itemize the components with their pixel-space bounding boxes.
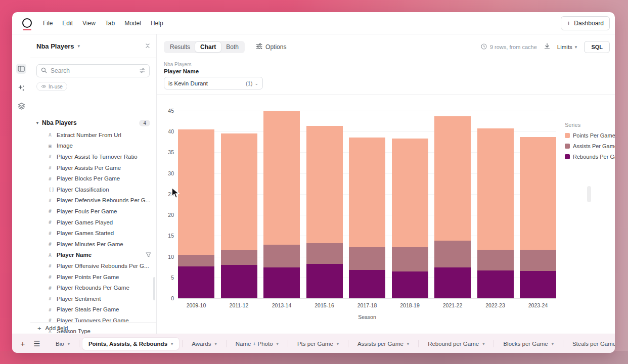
- limits-dropdown[interactable]: Limits ▾: [557, 44, 577, 50]
- bar-segment-rebounds-per-game[interactable]: [221, 265, 257, 298]
- hamburger-icon[interactable]: ☰: [30, 337, 43, 350]
- field-group-header[interactable]: ▼ Nba Players 4: [35, 119, 150, 127]
- caret-down-icon[interactable]: ▾: [77, 43, 80, 49]
- bar-segment-rebounds-per-game[interactable]: [306, 264, 343, 298]
- menu-item-view[interactable]: View: [82, 20, 96, 27]
- legend-item-rebounds-per-game[interactable]: Rebounds Per Game: [565, 154, 615, 160]
- bar-segment-points-per-game[interactable]: [434, 116, 471, 241]
- field-item[interactable]: AExtract Number From Url: [30, 129, 156, 141]
- bar-2017-18[interactable]: [349, 111, 385, 298]
- page-tab-assists-per-game[interactable]: Assists per Game▾: [351, 338, 415, 350]
- sparkles-icon[interactable]: [16, 83, 26, 93]
- page-tab-rebound-per-game[interactable]: Rebound per Game▾: [422, 338, 490, 350]
- menu-item-model[interactable]: Model: [124, 20, 141, 27]
- field-label: Player Sentiment: [57, 296, 101, 302]
- options-button[interactable]: Options: [256, 43, 286, 51]
- bar-segment-rebounds-per-game[interactable]: [477, 270, 514, 298]
- bar-segment-points-per-game[interactable]: [178, 129, 214, 255]
- field-item[interactable]: #Player Steals Per Game: [30, 304, 156, 315]
- dashboard-button[interactable]: + Dashboard: [561, 16, 610, 30]
- bar-2018-19[interactable]: [392, 111, 428, 298]
- bar-segment-assists-per-game[interactable]: [392, 247, 428, 272]
- sliders-icon: [256, 43, 262, 51]
- field-item[interactable]: #Player Assist To Turnover Ratio: [30, 151, 156, 162]
- bar-segment-assists-per-game[interactable]: [434, 241, 471, 267]
- menu-item-help[interactable]: Help: [151, 20, 163, 27]
- field-item[interactable]: #Player Sentiment: [30, 293, 156, 304]
- menu-item-tab[interactable]: Tab: [105, 20, 115, 27]
- view-tab-results[interactable]: Results: [165, 42, 195, 52]
- field-item[interactable]: #Player Minutes Per Game: [30, 239, 156, 250]
- download-icon[interactable]: [544, 42, 550, 52]
- main-scrollbar[interactable]: [587, 186, 591, 202]
- bar-segment-points-per-game[interactable]: [263, 111, 300, 245]
- page-tab-pts-per-game[interactable]: Pts per Game▾: [291, 338, 345, 350]
- bar-segment-assists-per-game[interactable]: [221, 250, 257, 265]
- menu-item-edit[interactable]: Edit: [62, 20, 73, 27]
- field-item[interactable]: #Player Blocks Per Game: [30, 173, 156, 184]
- page-tab-awards[interactable]: Awards▾: [186, 338, 222, 350]
- field-item[interactable]: []Player Classification: [30, 184, 156, 195]
- bar-segment-points-per-game[interactable]: [477, 128, 514, 250]
- bar-segment-points-per-game[interactable]: [221, 133, 257, 250]
- add-field-button[interactable]: + Add field: [30, 322, 156, 334]
- bar-segment-assists-per-game[interactable]: [349, 247, 385, 270]
- page-tab-blocks-per-game[interactable]: Blocks per Game▾: [497, 338, 559, 350]
- legend-swatch: [565, 154, 570, 159]
- sidebar-scrollbar[interactable]: [153, 277, 155, 300]
- field-item[interactable]: #Player Fouls Per Game: [30, 206, 156, 217]
- legend-item-points-per-game[interactable]: Points Per Game: [565, 132, 615, 139]
- bar-segment-points-per-game[interactable]: [520, 137, 556, 250]
- legend-item-assists-per-game[interactable]: Assists Per Game: [565, 143, 615, 149]
- funnel-icon[interactable]: [146, 250, 151, 259]
- panel-toggle-icon[interactable]: [16, 64, 26, 74]
- field-item[interactable]: #Player Defensive Rebounds Per G...: [30, 195, 156, 206]
- dataset-title[interactable]: Nba Players: [36, 42, 74, 50]
- field-item[interactable]: #Player Games Played: [30, 217, 156, 228]
- bar-segment-rebounds-per-game[interactable]: [520, 271, 556, 298]
- bar-2023-24[interactable]: [520, 111, 556, 298]
- field-item[interactable]: APlayer Name: [30, 250, 156, 261]
- bar-segment-assists-per-game[interactable]: [477, 250, 514, 270]
- field-item[interactable]: ▣Image: [30, 141, 156, 152]
- bar-segment-rebounds-per-game[interactable]: [178, 266, 214, 298]
- view-tab-chart[interactable]: Chart: [195, 42, 221, 52]
- bar-segment-rebounds-per-game[interactable]: [263, 267, 300, 298]
- bar-segment-assists-per-game[interactable]: [306, 243, 343, 264]
- sql-button[interactable]: SQL: [584, 41, 610, 53]
- view-tab-both[interactable]: Both: [221, 42, 244, 52]
- bar-2011-12[interactable]: [221, 111, 257, 298]
- bar-segment-points-per-game[interactable]: [392, 139, 428, 247]
- bar-segment-points-per-game[interactable]: [349, 138, 385, 248]
- filter-sliders-icon[interactable]: [140, 66, 145, 75]
- field-item[interactable]: #Player Rebounds Per Game: [30, 282, 156, 293]
- logo-mark[interactable]: [22, 18, 32, 28]
- field-item[interactable]: #Player Games Started: [30, 228, 156, 239]
- page-tab-bio[interactable]: Bio▾: [50, 338, 76, 350]
- filter-value-dropdown[interactable]: is Kevin Durant (1) ⌄: [164, 77, 263, 89]
- bar-segment-rebounds-per-game[interactable]: [434, 267, 471, 298]
- bar-segment-assists-per-game[interactable]: [178, 255, 214, 266]
- page-tab-name-photo[interactable]: Name + Photo▾: [230, 338, 285, 350]
- add-tab-button[interactable]: +: [16, 337, 29, 350]
- field-item[interactable]: #Player Points Per Game: [30, 271, 156, 283]
- bar-segment-assists-per-game[interactable]: [520, 250, 556, 270]
- collapse-icon[interactable]: [145, 41, 150, 51]
- bar-segment-assists-per-game[interactable]: [263, 245, 300, 267]
- field-item[interactable]: #Player Assists Per Game: [30, 162, 156, 173]
- field-item[interactable]: #Player Offensive Rebounds Per G...: [30, 260, 156, 271]
- bar-segment-rebounds-per-game[interactable]: [349, 270, 385, 298]
- search-input[interactable]: Search: [36, 64, 150, 77]
- bar-segment-points-per-game[interactable]: [306, 126, 343, 244]
- bar-2009-10[interactable]: [178, 111, 214, 298]
- page-tab-steals-per-game[interactable]: Steals per Game▾: [566, 338, 615, 350]
- page-tab-points-assists-rebounds[interactable]: Points, Assists, & Rebounds▾: [82, 338, 179, 350]
- bar-2021-22[interactable]: [434, 111, 471, 298]
- menu-item-file[interactable]: File: [43, 20, 53, 27]
- bar-2013-14[interactable]: [263, 111, 300, 298]
- bar-segment-rebounds-per-game[interactable]: [392, 271, 428, 298]
- in-use-filter-chip[interactable]: In-use: [36, 82, 67, 91]
- bar-2015-16[interactable]: [306, 111, 343, 298]
- bar-2022-23[interactable]: [477, 111, 514, 298]
- layers-icon[interactable]: [16, 101, 26, 111]
